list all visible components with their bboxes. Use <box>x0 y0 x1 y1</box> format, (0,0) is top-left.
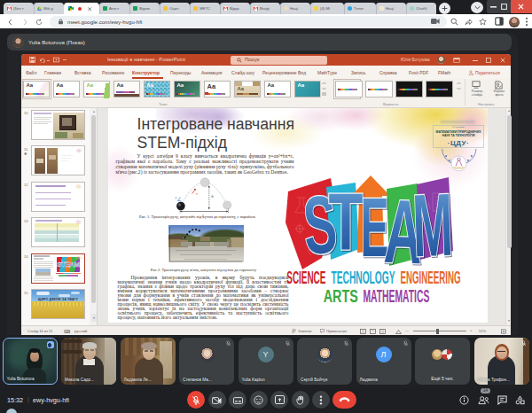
svg-text:MATHEMATICS: MATHEMATICS <box>363 286 429 306</box>
svg-text:SCIENCE: SCIENCE <box>286 268 325 287</box>
svg-text:ENGINEERING: ENGINEERING <box>400 268 460 287</box>
svg-text:ARTS: ARTS <box>323 286 357 306</box>
svg-text:v: v <box>196 191 198 195</box>
svg-text:M: M <box>411 174 454 275</box>
svg-text:h: h <box>211 193 214 198</box>
svg-text:y: y <box>175 195 176 199</box>
svg-text:T: T <box>328 177 363 266</box>
svg-text:TECHNOLOGY: TECHNOLOGY <box>331 268 395 287</box>
